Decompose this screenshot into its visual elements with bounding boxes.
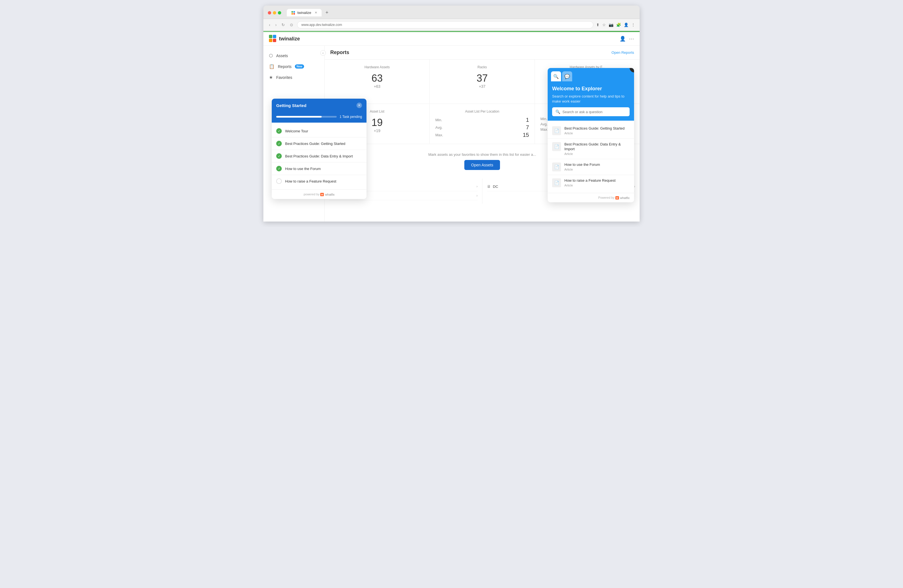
article-item-3[interactable]: 📄 How to use the Forum Article <box>547 159 634 175</box>
tab-close-button[interactable]: ✕ <box>315 11 317 14</box>
check-done-icon: ✓ <box>276 153 282 159</box>
chat-tab-icon: 💬 <box>565 74 570 79</box>
article-doc-icon: 📄 <box>552 126 561 135</box>
content-header: Reports Open Reports <box>325 46 640 60</box>
share-icon[interactable]: ⬆ <box>596 23 599 27</box>
user-icon[interactable]: 👤 <box>620 36 626 42</box>
browser-titlebar: twinalize ✕ + <box>263 6 640 19</box>
gs-item-how-to-use-forum[interactable]: ✓ How to use the Forum <box>272 162 367 175</box>
gs-item-welcome-tour[interactable]: ✓ Welcome Tour <box>272 125 367 137</box>
check-done-icon: ✓ <box>276 128 282 134</box>
article-type-1: Article <box>565 132 629 135</box>
whatfix-w-icon: w <box>320 193 324 196</box>
forward-button[interactable]: › <box>274 22 278 28</box>
stat-avg-label: Avg. <box>435 126 442 130</box>
article-type-4: Article <box>565 184 629 187</box>
asset-list-per-location-card: Asset List Per Location Min. 1 Avg. 7 <box>430 104 535 144</box>
progress-fill <box>276 116 322 118</box>
getting-started-progress: 1 Task pending <box>272 112 367 123</box>
back-button[interactable]: ‹ <box>268 22 271 28</box>
close-window-button[interactable] <box>268 11 271 14</box>
menu-button[interactable]: ⋮ <box>631 23 635 27</box>
puzzle-icon[interactable]: 🧩 <box>616 23 621 27</box>
article-list: 📄 Best Practices Guide: Getting Started … <box>547 121 634 193</box>
search-tab-icon: 🔍 <box>553 74 559 79</box>
article-item-2[interactable]: 📄 Best Practices Guide: Data Entry & Imp… <box>547 139 634 159</box>
new-tab-button[interactable]: + <box>326 10 329 16</box>
app-logo: twinalize <box>269 35 300 42</box>
rack-stat-avg-label: Avg. <box>540 122 547 126</box>
whatfix-label: whatfix <box>620 196 629 200</box>
explorer-content: Welcome to Explorer Search or explore co… <box>547 82 634 121</box>
explorer-search-box[interactable]: 🔍 <box>552 107 629 116</box>
reports-icon: 📋 <box>269 64 275 69</box>
article-title-1: Best Practices Guide: Getting Started <box>565 126 629 131</box>
chevron-right-icon: › <box>634 184 635 189</box>
header-actions: 👤 ⋯ <box>620 36 634 42</box>
list-item-left: 🖥 DC <box>487 184 498 189</box>
search-input[interactable] <box>562 110 626 114</box>
sidebar-item-reports[interactable]: 📋 Reports New <box>263 61 324 72</box>
article-doc-icon: 📄 <box>552 162 561 171</box>
racks-title: Racks <box>435 65 529 69</box>
hardware-assets-delta: +63 <box>330 84 424 89</box>
refresh-button[interactable]: ↻ <box>280 22 286 28</box>
browser-window: twinalize ✕ + ‹ › ↻ ⊙ ⬆ ☆ 📷 🧩 👤 ⋮ <box>263 6 640 222</box>
stat-avg-value: 7 <box>526 124 529 131</box>
whatfix-label: whatfix <box>325 193 334 196</box>
gs-item-forum-label: How to use the Forum <box>285 167 321 171</box>
gs-item-welcome-tour-label: Welcome Tour <box>285 129 308 133</box>
profile-icon[interactable]: 👤 <box>624 23 628 27</box>
traffic-lights <box>268 11 281 14</box>
hardware-assets-number: 63 <box>330 72 424 84</box>
rack-stat-max-label: Max. <box>540 127 548 132</box>
check-done-icon: ✓ <box>276 141 282 146</box>
minimize-window-button[interactable] <box>273 11 276 14</box>
svg-rect-5 <box>273 35 276 38</box>
bookmark-icon[interactable]: ☆ <box>602 23 606 27</box>
chevron-right-icon: › <box>477 194 478 198</box>
app-header: twinalize 👤 ⋯ <box>263 32 640 46</box>
whatfix-logo: w whatfix <box>320 193 334 196</box>
explorer-close-button[interactable]: ✕ <box>629 68 634 72</box>
gs-item-best-practices-data-entry[interactable]: ✓ Best Practices Guide: Data Entry & Imp… <box>272 150 367 162</box>
hardware-assets-title: Hardware Assets <box>330 65 424 69</box>
gs-item-best-practices-getting-started[interactable]: ✓ Best Practices Guide: Getting Started <box>272 137 367 150</box>
sidebar-item-favorites[interactable]: ★ Favorites <box>263 72 324 83</box>
reports-badge: New <box>295 64 304 69</box>
page-title: Reports <box>330 50 349 55</box>
sidebar-collapse-button[interactable]: ‹ <box>320 50 326 56</box>
article-title-2: Best Practices Guide: Data Entry & Impor… <box>565 142 629 152</box>
explorer-powered-by-label: Powered by <box>598 196 615 199</box>
favorites-icon: ★ <box>269 75 273 80</box>
maximize-window-button[interactable] <box>278 11 281 14</box>
getting-started-footer: powered by w whatfix <box>272 190 367 199</box>
tab-title: twinalize <box>297 11 311 15</box>
settings-icon[interactable]: ⋯ <box>629 36 634 42</box>
svg-rect-7 <box>273 39 276 42</box>
explorer-footer: Powered by w whatfix <box>547 193 634 202</box>
sidebar-item-assets[interactable]: ⬡ Assets <box>263 50 324 61</box>
racks-card: Racks 37 +37 <box>430 60 535 104</box>
home-button[interactable]: ⊙ <box>289 22 294 28</box>
gs-item-feature-request[interactable]: How to raise a Feature Request <box>272 175 367 187</box>
article-type-2: Article <box>565 152 629 156</box>
explorer-tabs: 🔍 💬 <box>547 68 634 82</box>
article-item-4[interactable]: 📄 How to raise a Feature Request Article <box>547 175 634 190</box>
progress-label: 1 Task pending <box>340 115 362 119</box>
address-bar[interactable] <box>297 21 593 28</box>
getting-started-close-button[interactable]: ✕ <box>357 102 362 108</box>
stat-max-value: 15 <box>523 132 529 138</box>
explorer-chat-tab[interactable]: 💬 <box>562 71 572 82</box>
browser-tab[interactable]: twinalize ✕ <box>287 9 322 16</box>
gs-item-best-practices-de-label: Best Practices Guide: Data Entry & Impor… <box>285 154 353 158</box>
article-item-1[interactable]: 📄 Best Practices Guide: Getting Started … <box>547 123 634 139</box>
open-reports-link[interactable]: Open Reports <box>612 50 634 55</box>
camera-icon[interactable]: 📷 <box>609 23 614 27</box>
getting-started-title: Getting Started <box>276 103 306 108</box>
progress-bar <box>276 116 337 118</box>
getting-started-header: Getting Started ✕ <box>272 99 367 112</box>
open-assets-button[interactable]: Open Assets <box>464 160 500 170</box>
article-info: Best Practices Guide: Data Entry & Impor… <box>565 142 629 156</box>
explorer-search-tab[interactable]: 🔍 <box>551 71 561 82</box>
